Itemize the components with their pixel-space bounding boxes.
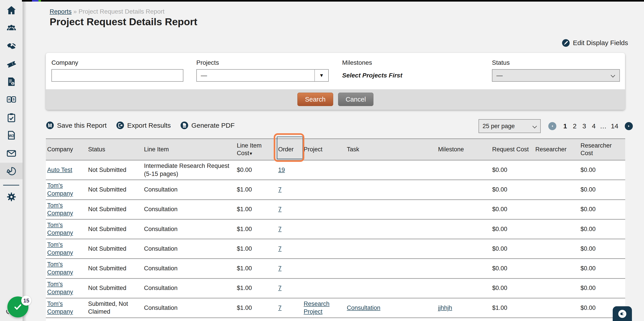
toggle-icon bbox=[617, 309, 628, 319]
column-header-status[interactable]: Status bbox=[87, 139, 143, 160]
column-label: Status bbox=[88, 146, 105, 153]
previous-page-button[interactable] bbox=[548, 122, 556, 130]
cell-company: Tom's Company bbox=[46, 219, 87, 239]
cell-project bbox=[302, 318, 346, 321]
dropdown-arrow-icon[interactable]: ▼ bbox=[314, 70, 328, 81]
column-header-task[interactable]: Task bbox=[346, 139, 437, 160]
cell-request-cost: $0.00 bbox=[491, 180, 534, 200]
projects-dropdown[interactable]: — ▼ bbox=[196, 69, 329, 82]
company-link[interactable]: Tom's Company bbox=[47, 222, 73, 236]
milestone-link[interactable]: jjhhjh bbox=[438, 305, 452, 311]
company-link[interactable]: Tom's Company bbox=[47, 182, 73, 197]
svg-text:$: $ bbox=[13, 98, 14, 101]
save-report-button[interactable]: Save this Report bbox=[46, 121, 107, 130]
cell-company: Auto Test bbox=[46, 160, 87, 180]
column-label: Task bbox=[347, 146, 359, 153]
task-link[interactable]: Consultation bbox=[347, 305, 380, 311]
order-link[interactable]: 7 bbox=[278, 285, 282, 291]
table-row: Auto TestNot SubmittedIntermediate Resea… bbox=[46, 160, 625, 180]
generate-pdf-button[interactable]: PDF Generate PDF bbox=[180, 121, 234, 130]
sidebar-item-settings[interactable] bbox=[0, 190, 22, 204]
w2-document-icon: W2 bbox=[6, 130, 17, 141]
cell-project bbox=[302, 239, 346, 259]
cell-company: Tom's Company bbox=[46, 278, 87, 298]
pagination-page-14[interactable]: 14 bbox=[608, 122, 621, 130]
column-header-line-item-cost[interactable]: Line Item Cost▾ bbox=[236, 139, 277, 160]
column-header-company[interactable]: Company bbox=[46, 139, 87, 160]
chat-widget-button[interactable] bbox=[613, 306, 632, 321]
cell-order: 7 bbox=[277, 298, 302, 318]
order-link[interactable]: 7 bbox=[278, 226, 282, 232]
cell-researcher bbox=[534, 200, 579, 219]
order-link[interactable]: 7 bbox=[278, 265, 282, 272]
search-button[interactable]: Search bbox=[298, 93, 333, 106]
projects-label: Projects bbox=[196, 59, 329, 66]
status-selected-value: — bbox=[496, 72, 503, 79]
company-link[interactable]: Tom's Company bbox=[47, 281, 73, 296]
company-link[interactable]: Tom's Company bbox=[47, 241, 73, 256]
cell-line-item-cost: $1.00 bbox=[236, 298, 277, 318]
export-results-button[interactable]: Export Results bbox=[116, 121, 171, 130]
sidebar-item-partners[interactable] bbox=[0, 39, 22, 53]
company-input[interactable] bbox=[52, 69, 183, 82]
column-label: Company bbox=[47, 146, 73, 153]
company-link[interactable]: Tom's Company bbox=[47, 320, 73, 321]
order-link[interactable]: 7 bbox=[278, 305, 282, 311]
column-header-researcher[interactable]: Researcher bbox=[534, 139, 579, 160]
order-link[interactable]: 19 bbox=[278, 166, 285, 173]
cell-line-item-cost: $1.00 bbox=[236, 200, 277, 219]
cell-task bbox=[346, 219, 437, 239]
order-link[interactable]: 7 bbox=[278, 186, 282, 193]
next-page-button[interactable] bbox=[625, 122, 633, 130]
column-header-researcher-cost[interactable]: Researcher Cost bbox=[579, 139, 625, 160]
cell-line-item: Consultation bbox=[143, 180, 236, 200]
sidebar-item-w2-forms[interactable]: W2 bbox=[0, 128, 22, 143]
projects-selected-value: — bbox=[201, 72, 207, 79]
order-link[interactable]: 7 bbox=[278, 245, 282, 252]
cell-task: Consultation bbox=[346, 298, 437, 318]
column-header-line-item[interactable]: Line Item bbox=[143, 139, 236, 160]
pie-chart-icon bbox=[6, 166, 17, 176]
order-link[interactable]: 7 bbox=[278, 206, 282, 212]
cell-researcher-cost: $0.00 bbox=[579, 239, 625, 259]
per-page-select[interactable]: 25 per page bbox=[478, 119, 541, 133]
sidebar-item-tickets[interactable] bbox=[0, 57, 22, 71]
sidebar-divider bbox=[3, 185, 19, 185]
project-link[interactable]: Research Project bbox=[304, 301, 330, 315]
sidebar-item-invoices[interactable]: $ bbox=[0, 75, 22, 89]
sidebar-item-clients[interactable] bbox=[0, 21, 22, 35]
cell-milestone bbox=[437, 239, 491, 259]
pagination-page-1[interactable]: 1 bbox=[560, 122, 570, 130]
column-header-order[interactable]: Order bbox=[277, 139, 302, 160]
column-header-project[interactable]: Project bbox=[302, 139, 346, 160]
arrow-left-icon bbox=[550, 124, 554, 128]
pagination-page-4[interactable]: 4 bbox=[589, 122, 598, 130]
pagination-page-3[interactable]: 3 bbox=[580, 122, 589, 130]
status-select[interactable]: — bbox=[492, 69, 620, 82]
report-toolbar: Save this Report Export Results PDF Gene… bbox=[46, 121, 234, 130]
column-header-request-cost[interactable]: Request Cost bbox=[491, 139, 534, 160]
filter-panel: Company Projects — ▼ Milestones Select P… bbox=[46, 53, 625, 110]
sidebar-item-home[interactable] bbox=[0, 3, 22, 17]
pagination: 25 per page 1234…14 bbox=[478, 119, 633, 133]
ticket-icon bbox=[6, 59, 17, 69]
company-link[interactable]: Tom's Company bbox=[47, 202, 73, 217]
column-label: Line Item Cost bbox=[237, 142, 262, 157]
sidebar-item-accounting[interactable]: A$ bbox=[0, 92, 22, 107]
sidebar-item-reports[interactable] bbox=[0, 163, 22, 179]
cancel-button[interactable]: Cancel bbox=[338, 93, 374, 106]
sidebar-item-tasks[interactable] bbox=[0, 111, 22, 125]
save-icon bbox=[46, 121, 54, 130]
cell-company: Tom's Company bbox=[46, 200, 87, 219]
sidebar-item-messages[interactable] bbox=[0, 146, 22, 160]
sort-desc-icon: ▾ bbox=[250, 151, 252, 156]
pagination-page-2[interactable]: 2 bbox=[570, 122, 580, 130]
column-header-milestone[interactable]: Milestone bbox=[437, 139, 491, 160]
edit-display-fields-button[interactable]: Edit Display Fields bbox=[562, 38, 628, 48]
company-link[interactable]: Tom's Company bbox=[47, 301, 73, 315]
cell-researcher bbox=[534, 318, 579, 321]
cell-order: 7 bbox=[277, 180, 302, 200]
company-link[interactable]: Auto Test bbox=[47, 166, 72, 173]
breadcrumb-reports-link[interactable]: Reports bbox=[50, 8, 72, 15]
company-link[interactable]: Tom's Company bbox=[47, 261, 73, 276]
